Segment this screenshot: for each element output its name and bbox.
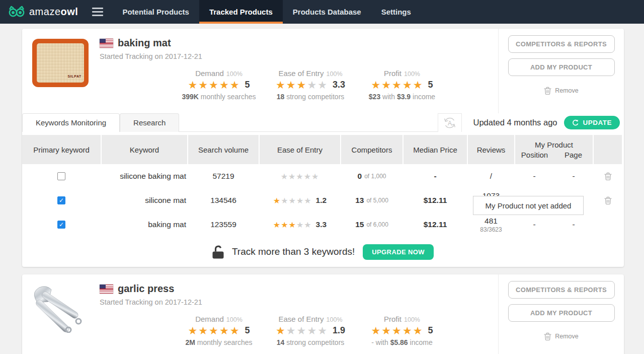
reviews-sub-value: 83/3623 bbox=[480, 226, 502, 233]
stat-label: Profit100% bbox=[359, 69, 445, 78]
auto-update-icon[interactable]: A bbox=[438, 113, 462, 132]
caption-segment: 14 bbox=[277, 338, 285, 346]
product-summary: garlic press Started Tracking on 2017-12… bbox=[22, 274, 624, 354]
competitors-reports-button[interactable]: COMPETITORS & REPORTS bbox=[508, 35, 615, 53]
star-icon: ★ bbox=[317, 79, 328, 91]
median-price-cell: $12.11 bbox=[404, 188, 467, 213]
stat-ease-of-entry: Ease of Entry100%★★★★★3.318 strong compe… bbox=[268, 69, 353, 113]
upgrade-now-button[interactable]: UPGRADE NOW bbox=[363, 244, 434, 260]
star-icon: ★ bbox=[230, 325, 240, 336]
star-icon: ★ bbox=[317, 325, 328, 336]
star-rating: ★★★★★ bbox=[371, 80, 423, 90]
star-icon: ★ bbox=[230, 79, 240, 91]
caption-segment: income bbox=[411, 93, 435, 101]
star-icon: ★ bbox=[219, 79, 230, 91]
tab-research[interactable]: Research bbox=[120, 113, 179, 132]
star-icon: ★ bbox=[273, 196, 281, 205]
caption-segment: monthly searches bbox=[195, 338, 253, 346]
header-page: Page bbox=[554, 151, 593, 159]
header-my-product: My ProductPositionPage bbox=[515, 135, 593, 164]
star-rating: ★★★★★ bbox=[276, 80, 328, 90]
ease-of-entry-cell: ★★★★★3.3 bbox=[260, 213, 340, 237]
upgrade-text: Track more than 3 keywords! bbox=[232, 246, 355, 257]
star-icon: ★ bbox=[219, 325, 230, 336]
competitors-total: of 5,000 bbox=[366, 197, 388, 204]
tracking-start-date: Started Tracking on 2017-12-21 bbox=[100, 298, 176, 306]
star-icon: ★ bbox=[297, 325, 307, 336]
star-icon: ★ bbox=[381, 325, 392, 336]
add-my-product-button[interactable]: ADD MY PRODUCT bbox=[508, 304, 615, 322]
stat-score: 5 bbox=[428, 80, 433, 90]
star-icon: ★ bbox=[371, 79, 381, 91]
competitors-reports-button[interactable]: COMPETITORS & REPORTS bbox=[508, 281, 615, 299]
stat-score: 3.3 bbox=[333, 80, 345, 90]
competitors-cell: 15of 6,000 bbox=[341, 213, 403, 237]
star-icon: ★ bbox=[273, 221, 281, 229]
star-icon: ★ bbox=[413, 79, 424, 91]
ease-of-entry-cell: ★★★★★ bbox=[260, 164, 340, 188]
nav-tab-products-database[interactable]: Products Database bbox=[283, 0, 371, 24]
caption-segment: 18 bbox=[277, 93, 285, 101]
competitors-count: 13 bbox=[355, 196, 364, 205]
remove-product-button[interactable]: Remove bbox=[544, 87, 579, 95]
caption-segment: 2M bbox=[185, 338, 195, 346]
competitors-total: of 1,000 bbox=[364, 173, 386, 180]
delete-keyword-button[interactable] bbox=[604, 172, 612, 180]
remove-product-button[interactable]: Remove bbox=[544, 332, 579, 340]
stat-percent: 100% bbox=[226, 70, 243, 78]
header-competitors: Competitors bbox=[341, 135, 403, 164]
primary-keyword-cell: ✓ bbox=[22, 188, 101, 213]
header-my-product-title: My Product bbox=[535, 140, 573, 149]
star-rating: ★★★★★ bbox=[371, 325, 423, 336]
star-icon: ★ bbox=[413, 325, 424, 336]
stat-caption: 18 strong competitors bbox=[268, 93, 353, 101]
star-rating: ★★★★★ bbox=[273, 196, 312, 205]
stat-label-text: Ease of Entry bbox=[278, 69, 324, 78]
stat-label-text: Demand bbox=[195, 315, 224, 323]
primary-keyword-checkbox[interactable]: ✓ bbox=[57, 221, 65, 229]
stat-score: 5 bbox=[428, 325, 433, 336]
star-icon: ★ bbox=[198, 79, 209, 91]
primary-keyword-checkbox[interactable]: ✓ bbox=[57, 196, 65, 204]
median-price-value: $12.11 bbox=[424, 220, 447, 229]
stat-label: Demand100% bbox=[176, 315, 262, 323]
position-cell: - bbox=[515, 213, 553, 237]
star-icon: ★ bbox=[304, 221, 311, 229]
update-button[interactable]: UPDATE bbox=[564, 116, 620, 129]
star-icon: ★ bbox=[281, 221, 288, 229]
product-image-baking-mat: SILPAT bbox=[32, 39, 89, 87]
median-price-cell: $12.11 bbox=[404, 213, 467, 237]
add-my-product-button[interactable]: ADD MY PRODUCT bbox=[508, 58, 615, 76]
star-icon: ★ bbox=[296, 196, 304, 205]
primary-keyword-checkbox[interactable] bbox=[57, 172, 65, 180]
nav-tab-tracked-products[interactable]: Tracked Products bbox=[199, 0, 283, 24]
median-price-cell: - bbox=[404, 164, 467, 188]
menu-icon[interactable] bbox=[92, 0, 103, 24]
star-rating: ★★★★★ bbox=[188, 325, 240, 336]
product-image-brand-text: SILPAT bbox=[68, 75, 82, 78]
delete-keyword-button[interactable] bbox=[604, 196, 612, 204]
header-reviews: Reviews bbox=[468, 135, 514, 164]
stat-ease-of-entry: Ease of Entry100%★★★★★1.914 strong compe… bbox=[268, 315, 353, 354]
ease-score: 3.3 bbox=[316, 220, 327, 229]
star-icon: ★ bbox=[296, 221, 304, 229]
stat-caption: - with $5.86 income bbox=[359, 338, 445, 346]
stat-percent: 100% bbox=[327, 316, 343, 323]
star-icon: ★ bbox=[209, 325, 219, 336]
stat-label: Profit100% bbox=[359, 315, 445, 323]
reviews-cell: 48183/3623 bbox=[468, 213, 514, 237]
nav-tab-potential-products[interactable]: Potential Products bbox=[112, 0, 199, 24]
star-icon: ★ bbox=[304, 172, 311, 181]
us-flag-icon bbox=[100, 285, 113, 294]
stat-caption: 2M monthly searches bbox=[176, 338, 262, 346]
tab-keywords-monitoring[interactable]: Keywords Monitoring bbox=[22, 113, 120, 132]
table-row: silicone baking mat57219★★★★★0of 1,000-/… bbox=[22, 164, 624, 188]
keyword-cell: baking mat bbox=[102, 213, 187, 237]
primary-keyword-cell: ✓ bbox=[22, 213, 101, 237]
star-rating: ★★★★★ bbox=[281, 172, 319, 181]
keyword-cell: silicone mat bbox=[102, 188, 187, 213]
top-nav: amazeowl Potential ProductsTracked Produ… bbox=[0, 0, 644, 24]
stat-percent: 100% bbox=[404, 316, 420, 323]
nav-tab-settings[interactable]: Settings bbox=[371, 0, 421, 24]
amazeowl-logo[interactable]: amazeowl bbox=[0, 0, 78, 24]
